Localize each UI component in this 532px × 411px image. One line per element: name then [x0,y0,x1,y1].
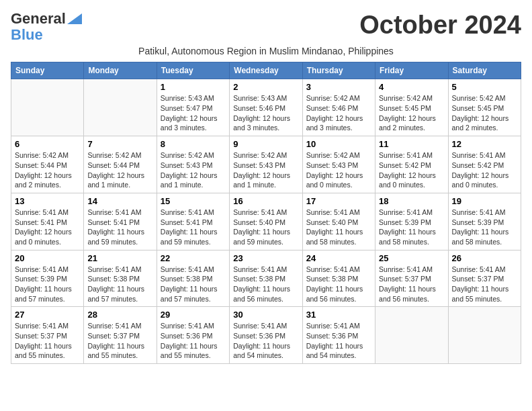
calendar-cell: 31Sunrise: 5:41 AM Sunset: 5:36 PM Dayli… [302,307,375,364]
day-number: 20 [15,253,80,263]
calendar-cell: 22Sunrise: 5:41 AM Sunset: 5:38 PM Dayli… [157,250,229,307]
day-number: 24 [306,253,371,263]
day-info: Sunrise: 5:41 AM Sunset: 5:36 PM Dayligh… [233,321,298,361]
day-number: 26 [452,253,517,263]
day-number: 27 [15,310,80,320]
calendar-cell: 21Sunrise: 5:41 AM Sunset: 5:38 PM Dayli… [84,250,157,307]
day-number: 2 [233,82,298,92]
dow-header: Friday [375,62,448,79]
day-info: Sunrise: 5:42 AM Sunset: 5:44 PM Dayligh… [87,150,152,190]
day-number: 21 [87,253,152,263]
calendar-cell: 30Sunrise: 5:41 AM Sunset: 5:36 PM Dayli… [230,307,302,364]
day-info: Sunrise: 5:42 AM Sunset: 5:45 PM Dayligh… [379,93,444,133]
day-info: Sunrise: 5:41 AM Sunset: 5:37 PM Dayligh… [87,321,152,361]
day-info: Sunrise: 5:42 AM Sunset: 5:43 PM Dayligh… [161,150,226,190]
day-number: 11 [379,139,444,149]
day-number: 22 [161,253,226,263]
calendar-cell: 19Sunrise: 5:41 AM Sunset: 5:39 PM Dayli… [448,193,521,250]
day-info: Sunrise: 5:42 AM Sunset: 5:44 PM Dayligh… [15,150,80,190]
calendar-cell: 25Sunrise: 5:41 AM Sunset: 5:37 PM Dayli… [375,250,448,307]
calendar-cell: 14Sunrise: 5:41 AM Sunset: 5:41 PM Dayli… [84,193,157,250]
calendar-cell: 6Sunrise: 5:42 AM Sunset: 5:44 PM Daylig… [11,136,84,193]
day-number: 19 [452,196,517,206]
dow-header: Tuesday [157,62,229,79]
day-info: Sunrise: 5:41 AM Sunset: 5:40 PM Dayligh… [233,208,298,247]
day-info: Sunrise: 5:43 AM Sunset: 5:46 PM Dayligh… [233,93,298,133]
day-info: Sunrise: 5:42 AM Sunset: 5:43 PM Dayligh… [306,150,371,190]
calendar-cell [448,307,521,364]
day-number: 28 [87,310,152,320]
dow-header: Monday [84,62,157,79]
day-info: Sunrise: 5:42 AM Sunset: 5:43 PM Dayligh… [233,150,298,190]
day-number: 31 [306,310,371,320]
day-number: 9 [233,139,298,149]
calendar-week-row: 20Sunrise: 5:41 AM Sunset: 5:39 PM Dayli… [11,250,521,307]
day-number: 14 [87,196,152,206]
day-number: 13 [15,196,80,206]
day-number: 6 [15,139,80,149]
calendar-cell [84,79,157,136]
calendar-cell [375,307,448,364]
day-info: Sunrise: 5:41 AM Sunset: 5:37 PM Dayligh… [379,265,444,304]
calendar-week-row: 13Sunrise: 5:41 AM Sunset: 5:41 PM Dayli… [11,193,521,250]
day-number: 1 [161,82,226,92]
day-info: Sunrise: 5:42 AM Sunset: 5:45 PM Dayligh… [452,93,517,133]
dow-header: Thursday [302,62,375,79]
calendar-cell: 24Sunrise: 5:41 AM Sunset: 5:38 PM Dayli… [302,250,375,307]
day-number: 16 [233,196,298,206]
day-info: Sunrise: 5:41 AM Sunset: 5:38 PM Dayligh… [161,265,226,304]
calendar-cell: 15Sunrise: 5:41 AM Sunset: 5:41 PM Dayli… [157,193,229,250]
calendar-cell: 1Sunrise: 5:43 AM Sunset: 5:47 PM Daylig… [157,79,229,136]
dow-header: Saturday [448,62,521,79]
day-number: 4 [379,82,444,92]
calendar-week-row: 1Sunrise: 5:43 AM Sunset: 5:47 PM Daylig… [11,79,521,136]
day-info: Sunrise: 5:41 AM Sunset: 5:36 PM Dayligh… [161,321,226,361]
calendar-cell: 5Sunrise: 5:42 AM Sunset: 5:45 PM Daylig… [448,79,521,136]
calendar-cell: 20Sunrise: 5:41 AM Sunset: 5:39 PM Dayli… [11,250,84,307]
svg-marker-0 [67,13,82,24]
calendar-cell: 28Sunrise: 5:41 AM Sunset: 5:37 PM Dayli… [84,307,157,364]
logo-icon [67,13,82,24]
day-info: Sunrise: 5:41 AM Sunset: 5:39 PM Dayligh… [379,208,444,247]
calendar-cell: 2Sunrise: 5:43 AM Sunset: 5:46 PM Daylig… [230,79,302,136]
calendar-cell [11,79,84,136]
subtitle: Patikul, Autonomous Region in Muslim Min… [11,46,521,56]
logo-text-blue: Blue [11,27,43,43]
day-number: 23 [233,253,298,263]
day-info: Sunrise: 5:41 AM Sunset: 5:37 PM Dayligh… [15,321,80,361]
day-number: 7 [87,139,152,149]
calendar-cell: 3Sunrise: 5:42 AM Sunset: 5:46 PM Daylig… [302,79,375,136]
calendar-cell: 7Sunrise: 5:42 AM Sunset: 5:44 PM Daylig… [84,136,157,193]
header: General Blue October 2024 [11,11,521,43]
day-number: 30 [233,310,298,320]
day-number: 8 [161,139,226,149]
day-info: Sunrise: 5:41 AM Sunset: 5:38 PM Dayligh… [233,265,298,304]
day-info: Sunrise: 5:41 AM Sunset: 5:38 PM Dayligh… [87,265,152,304]
calendar-cell: 13Sunrise: 5:41 AM Sunset: 5:41 PM Dayli… [11,193,84,250]
logo-text-general: General [11,11,66,27]
calendar-cell: 8Sunrise: 5:42 AM Sunset: 5:43 PM Daylig… [157,136,229,193]
calendar-cell: 12Sunrise: 5:41 AM Sunset: 5:42 PM Dayli… [448,136,521,193]
day-info: Sunrise: 5:41 AM Sunset: 5:41 PM Dayligh… [15,208,80,247]
calendar-week-row: 6Sunrise: 5:42 AM Sunset: 5:44 PM Daylig… [11,136,521,193]
day-info: Sunrise: 5:41 AM Sunset: 5:38 PM Dayligh… [306,265,371,304]
day-number: 3 [306,82,371,92]
day-number: 25 [379,253,444,263]
calendar-cell: 27Sunrise: 5:41 AM Sunset: 5:37 PM Dayli… [11,307,84,364]
calendar-week-row: 27Sunrise: 5:41 AM Sunset: 5:37 PM Dayli… [11,307,521,364]
month-title: October 2024 [359,11,521,40]
day-info: Sunrise: 5:41 AM Sunset: 5:39 PM Dayligh… [15,265,80,304]
calendar-cell: 10Sunrise: 5:42 AM Sunset: 5:43 PM Dayli… [302,136,375,193]
logo: General Blue [11,11,82,43]
day-number: 17 [306,196,371,206]
day-info: Sunrise: 5:41 AM Sunset: 5:42 PM Dayligh… [379,150,444,190]
calendar-cell: 23Sunrise: 5:41 AM Sunset: 5:38 PM Dayli… [230,250,302,307]
day-info: Sunrise: 5:42 AM Sunset: 5:46 PM Dayligh… [306,93,371,133]
day-info: Sunrise: 5:43 AM Sunset: 5:47 PM Dayligh… [161,93,226,133]
day-number: 5 [452,82,517,92]
dow-header: Wednesday [230,62,302,79]
calendar-cell: 16Sunrise: 5:41 AM Sunset: 5:40 PM Dayli… [230,193,302,250]
day-number: 29 [161,310,226,320]
calendar-cell: 9Sunrise: 5:42 AM Sunset: 5:43 PM Daylig… [230,136,302,193]
day-info: Sunrise: 5:41 AM Sunset: 5:39 PM Dayligh… [452,208,517,247]
